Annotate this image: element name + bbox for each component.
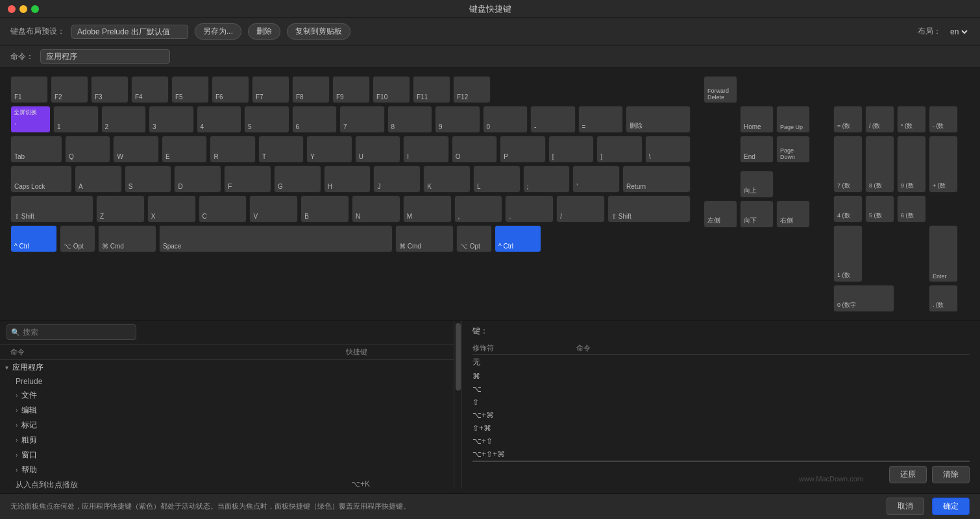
detail-row-opt-cmd[interactable]: ⌥+⌘: [472, 409, 970, 422]
key-2[interactable]: 2: [101, 106, 147, 133]
detail-row-opt[interactable]: ⌥: [472, 383, 970, 396]
group-file[interactable]: › 文件: [0, 388, 454, 403]
key-num-minus[interactable]: - (数: [929, 106, 958, 133]
key-opt-right[interactable]: ⌥ Opt: [456, 225, 492, 252]
key-comma[interactable]: ,: [454, 195, 503, 223]
key-arrow-down[interactable]: 向下: [740, 200, 774, 228]
scrollbar-thumb[interactable]: [456, 323, 461, 391]
key-8[interactable]: 8: [387, 106, 433, 133]
key-shift-right[interactable]: ⇧ Shift: [607, 195, 691, 223]
minimize-dot[interactable]: [19, 5, 27, 13]
key-num-0[interactable]: 0 (数字: [833, 285, 894, 312]
detail-row-opt-shift[interactable]: ⌥+⇧: [472, 435, 970, 448]
copy-to-clipboard-button[interactable]: 复制到剪贴板: [287, 23, 350, 40]
key-f12[interactable]: F12: [453, 76, 491, 103]
key-0[interactable]: 0: [483, 106, 528, 133]
key-f7[interactable]: F7: [252, 76, 289, 103]
group-app[interactable]: ▾ 应用程序: [0, 360, 454, 375]
key-num-1[interactable]: 1 (数: [833, 225, 863, 282]
key-equal[interactable]: =: [578, 106, 624, 133]
key-q[interactable]: Q: [65, 136, 110, 163]
key-ctrl-left[interactable]: ^ Ctrl: [10, 225, 57, 252]
detail-row-cmd[interactable]: ⌘: [472, 370, 970, 383]
key-f10[interactable]: F10: [373, 76, 410, 103]
key-arrow-left[interactable]: 左侧: [704, 200, 737, 228]
key-f5[interactable]: F5: [171, 76, 209, 103]
key-bracket-close[interactable]: ]: [596, 136, 642, 163]
key-cmd-right[interactable]: ⌘ Cmd: [395, 225, 454, 252]
key-num-decimal[interactable]: . (数: [929, 285, 958, 312]
key-page-up[interactable]: Page Up: [776, 106, 810, 133]
key-h[interactable]: H: [324, 165, 371, 193]
key-4[interactable]: 4: [197, 106, 242, 133]
group-mark[interactable]: › 标记: [0, 418, 454, 433]
key-f1[interactable]: F1: [10, 76, 48, 103]
key-f9[interactable]: F9: [332, 76, 370, 103]
key-tab[interactable]: Tab: [10, 136, 62, 163]
key-return[interactable]: Return: [622, 165, 691, 193]
delete-button[interactable]: 删除: [248, 23, 280, 40]
key-n[interactable]: N: [352, 195, 400, 223]
key-t[interactable]: T: [258, 136, 304, 163]
key-1[interactable]: 1: [53, 106, 99, 133]
key-arrow-right[interactable]: 右侧: [776, 200, 810, 228]
key-arrow-up[interactable]: 向上: [740, 171, 774, 198]
key-cmd-left[interactable]: ⌘ Cmd: [98, 225, 156, 252]
key-l[interactable]: L: [473, 165, 521, 193]
search-input[interactable]: [6, 324, 136, 340]
key-s[interactable]: S: [125, 165, 172, 193]
key-slash[interactable]: /: [556, 195, 605, 223]
key-x[interactable]: X: [147, 195, 196, 223]
confirm-button[interactable]: 确定: [932, 498, 970, 515]
key-f11[interactable]: F11: [413, 76, 450, 103]
group-window[interactable]: › 窗口: [0, 448, 454, 463]
key-k[interactable]: K: [423, 165, 471, 193]
key-f4[interactable]: F4: [131, 76, 169, 103]
preset-select[interactable]: Adobe Prelude 出厂默认值: [71, 25, 188, 39]
key-semicolon[interactable]: ;: [523, 165, 570, 193]
key-p[interactable]: P: [500, 136, 545, 163]
key-ctrl-right[interactable]: ^ Ctrl: [495, 225, 541, 252]
key-f2[interactable]: F2: [51, 76, 88, 103]
layout-select[interactable]: en: [948, 27, 970, 37]
key-period[interactable]: .: [505, 195, 554, 223]
key-b[interactable]: B: [300, 195, 349, 223]
group-rough[interactable]: › 粗剪: [0, 433, 454, 448]
clear-button[interactable]: 清除: [932, 466, 970, 483]
key-num-plus[interactable]: + (数: [929, 136, 958, 193]
key-w[interactable]: W: [113, 136, 158, 163]
key-v[interactable]: V: [249, 195, 298, 223]
close-dot[interactable]: [8, 5, 16, 13]
key-num-multiply[interactable]: * (数: [897, 106, 926, 133]
key-o[interactable]: O: [452, 136, 497, 163]
key-y[interactable]: Y: [306, 136, 352, 163]
key-3[interactable]: 3: [149, 106, 194, 133]
key-z[interactable]: Z: [96, 195, 145, 223]
key-bracket-open[interactable]: [: [548, 136, 594, 163]
key-capslock[interactable]: Caps Lock: [10, 165, 72, 193]
key-i[interactable]: I: [403, 136, 448, 163]
cancel-button[interactable]: 取消: [887, 498, 924, 515]
key-forward-delete[interactable]: Forward Delete: [704, 76, 737, 103]
group-edit[interactable]: › 编辑: [0, 403, 454, 418]
detail-row-none[interactable]: 无: [472, 355, 970, 370]
key-page-down[interactable]: Page Down: [776, 136, 810, 163]
key-f[interactable]: F: [224, 165, 271, 193]
key-backslash[interactable]: \: [645, 136, 691, 163]
item-play-in-out[interactable]: 从入点到出点播放 ⌥+K: [0, 477, 454, 489]
key-num-8[interactable]: 8 (数: [865, 136, 894, 193]
key-num-divide[interactable]: / (数: [865, 106, 894, 133]
key-f3[interactable]: F3: [91, 76, 129, 103]
key-d[interactable]: D: [174, 165, 221, 193]
key-6[interactable]: 6: [292, 106, 337, 133]
key-5[interactable]: 5: [244, 106, 289, 133]
detail-row-shift-cmd[interactable]: ⇧+⌘: [472, 422, 970, 435]
key-quote[interactable]: ': [572, 165, 620, 193]
key-delete[interactable]: 删除: [626, 106, 691, 133]
key-num-enter[interactable]: Enter: [929, 225, 958, 282]
key-opt-left[interactable]: ⌥ Opt: [60, 225, 95, 252]
detail-row-shift[interactable]: ⇧: [472, 396, 970, 409]
key-f6[interactable]: F6: [212, 76, 249, 103]
key-u[interactable]: U: [355, 136, 400, 163]
save-as-button[interactable]: 另存为...: [195, 23, 241, 40]
